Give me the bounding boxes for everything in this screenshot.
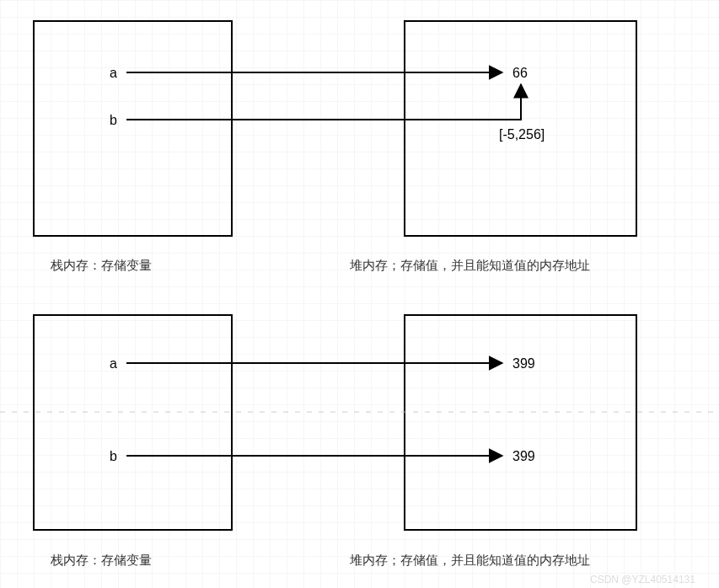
var-b-2: b	[110, 449, 117, 463]
val-399-b: 399	[512, 449, 535, 463]
var-a-2: a	[110, 356, 117, 371]
stack-caption-2: 栈内存：存储变量	[50, 553, 152, 567]
var-b-1: b	[110, 113, 117, 127]
val-66: 66	[512, 66, 528, 80]
range-annotation: [-5,256]	[499, 127, 545, 142]
heap-caption-2: 堆内存；存储值，并且能知道值的内存地址	[349, 553, 590, 567]
var-a-1: a	[110, 66, 117, 80]
val-399-a: 399	[512, 356, 535, 371]
heap-caption-1: 堆内存；存储值，并且能知道值的内存地址	[349, 258, 590, 272]
stack-caption-1: 栈内存：存储变量	[50, 258, 152, 272]
grid-background	[0, 0, 719, 588]
watermark: CSDN @YZL40514131	[590, 574, 695, 585]
